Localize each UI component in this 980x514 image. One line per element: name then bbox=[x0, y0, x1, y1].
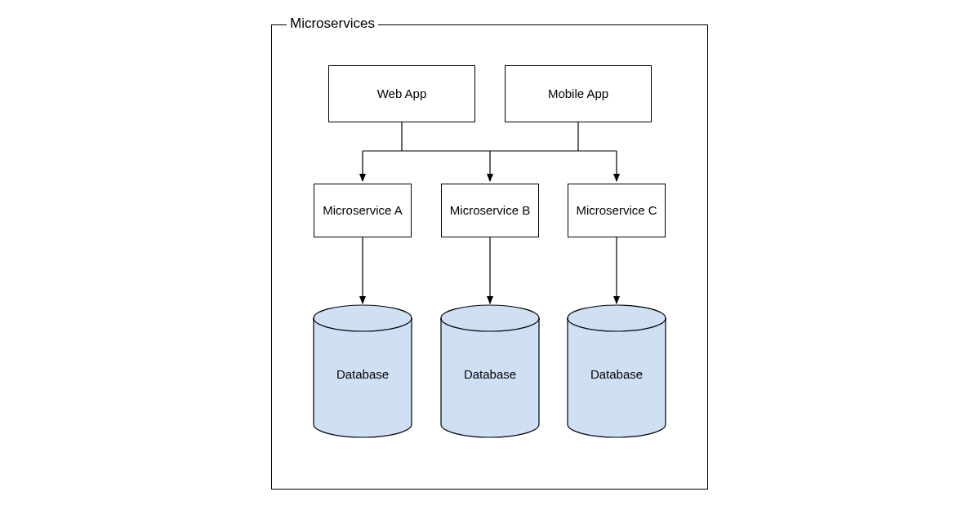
database-a-label: Database bbox=[314, 367, 412, 381]
database-c-label: Database bbox=[568, 367, 666, 381]
connector-layer bbox=[0, 0, 980, 514]
database-b-label: Database bbox=[441, 367, 539, 381]
diagram-stage: Microservices Web App Mobile App Microse… bbox=[0, 0, 980, 514]
